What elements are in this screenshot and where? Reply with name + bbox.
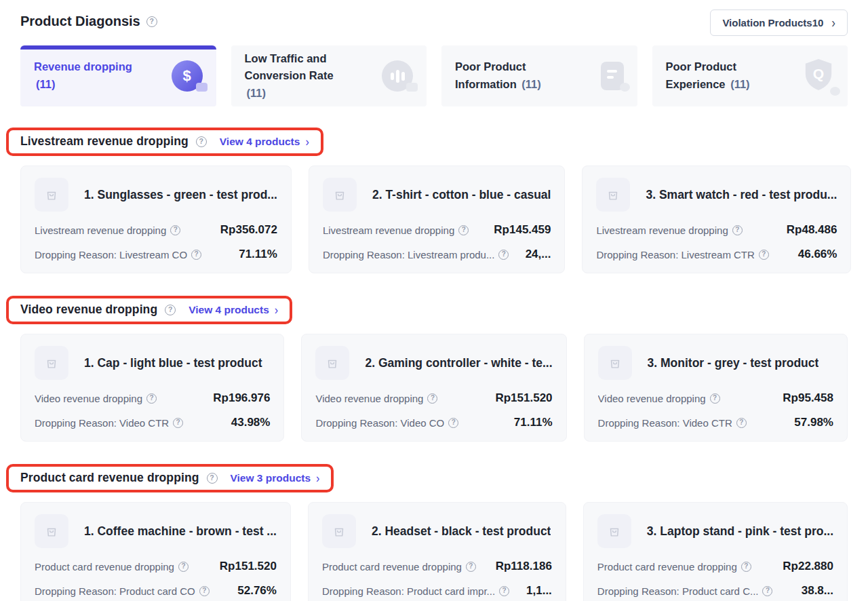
metric-value: 71.11% xyxy=(239,248,277,261)
metric-row: Dropping Reason: Product card CO? 52.76% xyxy=(35,584,277,598)
svg-text:Q: Q xyxy=(813,66,824,81)
metric-value: Rp145.459 xyxy=(494,223,551,237)
product-title: 2. T-shirt - cotton - blue - casual xyxy=(372,188,551,202)
metric-value: Rp95.458 xyxy=(783,391,833,405)
help-icon[interactable]: ? xyxy=(458,225,469,235)
metric-value: 46.66% xyxy=(798,248,837,261)
tab-poor-product-experience[interactable]: Poor Product Experience (11) Q xyxy=(652,45,848,106)
metric-value: Rp151.520 xyxy=(495,391,552,405)
metric-label: Dropping Reason: Product card CO xyxy=(35,585,195,597)
help-icon[interactable]: ? xyxy=(732,225,743,235)
annotation-box: Video revenue dropping ? View 4 products… xyxy=(6,296,292,324)
tab-count: (11) xyxy=(730,78,749,90)
magnifier-handle-shape xyxy=(406,83,418,92)
shopping-bag-icon xyxy=(596,178,630,212)
tab-label: Poor Product Experience (11) xyxy=(666,58,777,93)
metric-row: Video revenue dropping? Rp95.458 xyxy=(598,391,833,405)
metric-label: Dropping Reason: Video CTR xyxy=(598,417,732,429)
violation-products-button[interactable]: Violation Products10 › xyxy=(710,9,848,36)
help-icon[interactable]: ? xyxy=(759,250,769,260)
metric-value: 71.11% xyxy=(514,416,553,429)
shopping-bag-icon xyxy=(323,178,357,212)
metric-value: Rp196.976 xyxy=(213,391,270,405)
help-icon[interactable]: ? xyxy=(170,225,180,235)
help-icon[interactable]: ? xyxy=(165,305,176,315)
page-title-text: Product Diagonsis xyxy=(20,14,140,29)
help-icon[interactable]: ? xyxy=(762,586,772,596)
metric-label: Product card revenue dropping xyxy=(35,561,174,573)
help-icon[interactable]: ? xyxy=(736,418,747,428)
metric-row: Dropping Reason: Livestream CTR? 46.66% xyxy=(596,248,837,261)
money-icon: $ xyxy=(172,60,203,92)
product-card[interactable]: 3. Laptop stand - pink - test pro... Pro… xyxy=(583,502,848,601)
document-icon xyxy=(601,62,624,90)
card-row: 1. Cap - light blue - test product Video… xyxy=(20,334,848,442)
metric-value: Rp151.520 xyxy=(220,560,277,573)
metric-row: Dropping Reason: Video CTR? 57.98% xyxy=(598,416,833,429)
view-products-link[interactable]: View 3 products › xyxy=(231,472,320,484)
product-title: 3. Smart watch - red - test produ... xyxy=(646,188,837,202)
product-card[interactable]: 3. Smart watch - red - test produ... Liv… xyxy=(582,166,851,273)
help-icon[interactable]: ? xyxy=(199,586,210,596)
tab-count: (11) xyxy=(247,87,266,99)
metric-value: 52.76% xyxy=(237,584,277,598)
page-header: Product Diagonsis ? Violation Products10… xyxy=(20,9,848,36)
annotation-box: Product card revenue dropping ? View 3 p… xyxy=(6,464,334,492)
metric-value: Rp22.880 xyxy=(783,560,833,573)
shopping-bag-icon xyxy=(598,346,632,380)
help-icon[interactable]: ? xyxy=(710,393,720,404)
card-row: 1. Sunglasses - green - test prod... Liv… xyxy=(20,166,848,273)
product-card[interactable]: 2. Gaming controller - white - te... Vid… xyxy=(301,334,566,442)
annotation-box: Livestream revenue dropping ? View 4 pro… xyxy=(6,128,323,156)
metric-row: Dropping Reason: Product card impr...? 1… xyxy=(322,584,552,598)
metric-label: Video revenue dropping xyxy=(315,393,423,404)
help-icon[interactable]: ? xyxy=(191,250,201,260)
chevron-right-icon: › xyxy=(831,16,835,30)
metric-label: Video revenue dropping xyxy=(598,393,706,404)
product-card[interactable]: 1. Cap - light blue - test product Video… xyxy=(20,334,284,442)
help-icon[interactable]: ? xyxy=(146,393,157,404)
metric-value: 24,... xyxy=(526,248,551,261)
metric-label: Dropping Reason: Video CO xyxy=(315,417,444,429)
help-icon[interactable]: ? xyxy=(173,418,183,428)
metric-row: Product card revenue dropping? Rp118.186 xyxy=(322,560,552,573)
tab-poor-product-information[interactable]: Poor Product Information (11) xyxy=(441,45,637,106)
view-products-link[interactable]: View 4 products › xyxy=(189,304,278,316)
help-icon[interactable]: ? xyxy=(448,418,458,428)
tab-revenue-dropping[interactable]: Revenue dropping (11) $ xyxy=(20,45,216,106)
tab-low-traffic-conversion[interactable]: Low Traffic and Conversion Rate (11) xyxy=(231,45,427,106)
shopping-bag-icon xyxy=(597,514,631,548)
view-products-link[interactable]: View 4 products › xyxy=(220,136,309,148)
help-icon[interactable]: ? xyxy=(498,250,509,260)
product-card[interactable]: 3. Monitor - grey - test product Video r… xyxy=(584,334,848,442)
product-title: 2. Gaming controller - white - te... xyxy=(365,356,552,370)
metric-row: Dropping Reason: Livestream CO? 71.11% xyxy=(35,248,277,261)
metric-label: Video revenue dropping xyxy=(35,393,142,404)
product-card[interactable]: 2. T-shirt - cotton - blue - casual Live… xyxy=(309,166,566,273)
product-card[interactable]: 1. Sunglasses - green - test prod... Liv… xyxy=(20,166,292,273)
help-icon[interactable]: ? xyxy=(207,473,218,484)
metric-row: Dropping Reason: Livestream produ...? 24… xyxy=(323,248,551,261)
help-icon[interactable]: ? xyxy=(499,586,509,596)
shopping-bag-icon xyxy=(35,178,68,212)
help-icon[interactable]: ? xyxy=(146,16,157,27)
product-title: 3. Monitor - grey - test product xyxy=(648,356,819,370)
help-icon[interactable]: ? xyxy=(466,562,476,572)
tab-count: (11) xyxy=(36,78,55,90)
metric-row: Product card revenue dropping? Rp22.880 xyxy=(597,560,833,573)
metric-row: Livestream revenue dropping? Rp356.072 xyxy=(35,223,277,237)
section-title: Video revenue dropping xyxy=(20,303,157,317)
help-icon[interactable]: ? xyxy=(178,562,189,572)
metric-label: Dropping Reason: Livestream CO xyxy=(35,249,187,260)
metric-row: Dropping Reason: Product card C...? 38.8… xyxy=(597,584,833,598)
product-card[interactable]: 1. Coffee machine - brown - test ... Pro… xyxy=(20,502,291,601)
metric-value: 38.8... xyxy=(802,584,833,598)
product-title: 1. Sunglasses - green - test prod... xyxy=(84,188,277,202)
product-card[interactable]: 2. Headset - black - test product Produc… xyxy=(308,502,566,601)
help-icon[interactable]: ? xyxy=(427,393,437,404)
help-icon[interactable]: ? xyxy=(741,562,751,572)
metric-label: Product card revenue dropping xyxy=(597,561,737,573)
help-icon[interactable]: ? xyxy=(196,136,207,147)
metric-row: Dropping Reason: Video CO? 71.11% xyxy=(315,416,552,429)
metric-label: Dropping Reason: Livestream produ... xyxy=(323,249,494,260)
